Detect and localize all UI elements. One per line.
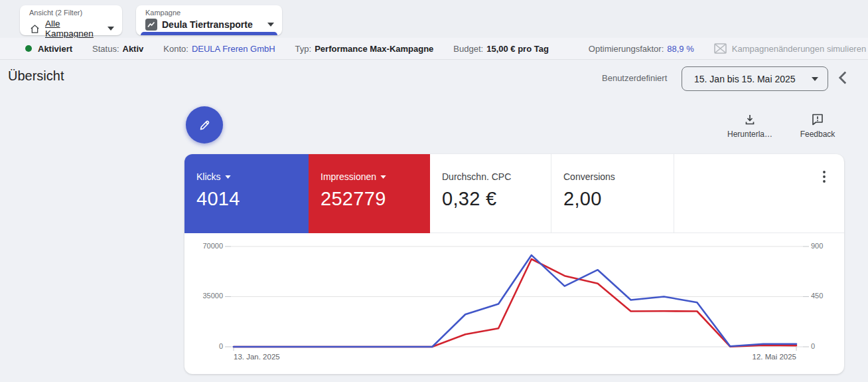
simulate-changes-button[interactable]: Kampagnenänderungen simulieren (714, 43, 866, 54)
optimization-score-field[interactable]: Optimierungsfaktor: 88,9 % (589, 44, 694, 54)
feedback-icon (811, 113, 824, 126)
y-left-tick-70000: 70000 (186, 242, 223, 250)
chevron-down-icon (812, 77, 818, 81)
collapse-panel-button[interactable] (838, 71, 847, 87)
performance-chart[interactable]: 70000 35000 0 900 450 0 13. Jan. 2025 12… (184, 233, 844, 374)
conversions-value: 2,00 (563, 188, 674, 210)
campaign-selector-value: Deula Tiertransporte (162, 19, 253, 30)
y-right-tick-900: 900 (811, 242, 841, 250)
campaign-status-bar: Aktiviert Status: Aktiv Konto: DEULA Fre… (0, 38, 868, 60)
active-tab-indicator (141, 32, 277, 35)
status-green-dot-icon (25, 45, 32, 52)
chart-options-menu-button[interactable] (816, 169, 832, 185)
home-icon (29, 23, 40, 35)
download-button[interactable]: Herunterla… (720, 113, 780, 139)
type-field: Typ: Performance Max-Kampagne (295, 44, 434, 54)
page-title: Übersicht (8, 68, 64, 84)
klicks-value: 4014 (196, 188, 309, 210)
scorecard-filler (674, 154, 844, 233)
chevron-down-icon (267, 23, 274, 27)
download-icon (743, 113, 757, 126)
selector-strip: Ansicht (2 Filter) Alle Kampagnen Kampag… (0, 0, 868, 38)
date-range-value: 15. Jan bis 15. Mai 2025 (694, 74, 796, 84)
view-selector-value: Alle Kampagnen (45, 19, 103, 39)
x-tick-start: 13. Jan. 2025 (234, 353, 280, 361)
enabled-status: Aktiviert (25, 44, 72, 54)
view-selector[interactable]: Ansicht (2 Filter) Alle Kampagnen (20, 5, 122, 35)
scorecard-impressionen[interactable]: Impressionen 252779 (309, 154, 430, 233)
chevron-down-icon[interactable] (225, 175, 231, 179)
feedback-button[interactable]: Feedback (790, 113, 845, 139)
campaign-thumbnail-icon (145, 19, 157, 31)
feedback-label: Feedback (800, 130, 835, 139)
y-right-tick-450: 450 (811, 292, 841, 300)
google-ads-overview-page: Ansicht (2 Filter) Alle Kampagnen Kampag… (0, 0, 868, 382)
status-field: Status: Aktiv (92, 44, 143, 54)
series-line-klicks (234, 255, 796, 347)
x-tick-end: 12. Mai 2025 (753, 353, 797, 361)
y-left-tick-35000: 35000 (186, 292, 223, 300)
y-left-tick-0: 0 (186, 342, 223, 350)
y-right-tick-0: 0 (811, 342, 841, 350)
budget-field[interactable]: Budget: 15,00 € pro Tag (453, 44, 549, 54)
download-label: Herunterla… (727, 130, 772, 139)
scorecard-cpc[interactable]: Durchschn. CPC 0,32 € (430, 154, 551, 233)
date-range-selector[interactable]: 15. Jan bis 15. Mai 2025 (682, 66, 828, 91)
scorecard-row: Klicks 4014 Impressionen 252779 Durchsch… (184, 154, 844, 233)
pencil-icon (197, 118, 212, 132)
chevron-down-icon (108, 27, 114, 31)
cpc-value: 0,32 € (442, 188, 551, 210)
account-link[interactable]: DEULA Freren GmbH (192, 44, 275, 54)
account-field: Konto: DEULA Freren GmbH (163, 44, 275, 54)
campaign-selector-label: Kampagne (145, 9, 274, 17)
scorecard-conversions[interactable]: Conversions 2,00 (551, 154, 674, 233)
impressionen-value: 252779 (321, 188, 430, 210)
edit-fab-button[interactable] (186, 106, 223, 143)
overview-panel: Klicks 4014 Impressionen 252779 Durchsch… (184, 154, 844, 374)
campaign-selector[interactable]: Kampagne Deula Tiertransporte (136, 5, 282, 35)
view-selector-label: Ansicht (2 Filter) (29, 9, 114, 17)
simulate-crossed-icon (714, 43, 727, 54)
enabled-status-text: Aktiviert (38, 44, 72, 54)
series-line-impressionen (234, 259, 796, 347)
scorecard-klicks[interactable]: Klicks 4014 (184, 154, 309, 233)
overview-chart-svg (184, 233, 844, 374)
chevron-down-icon[interactable] (380, 175, 386, 179)
date-mode-label: Benutzerdefiniert (602, 73, 667, 83)
